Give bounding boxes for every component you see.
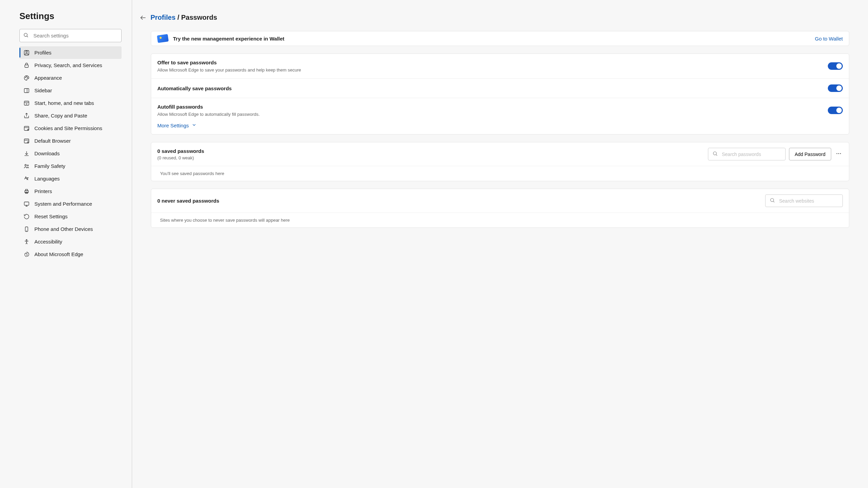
offer-save-toggle[interactable]	[828, 62, 843, 70]
sidebar-item-privacy[interactable]: Privacy, Search, and Services	[19, 59, 122, 72]
svg-point-0	[24, 33, 27, 36]
profiles-icon	[23, 50, 30, 56]
svg-rect-25	[26, 189, 28, 191]
sidebar-item-label: Privacy, Search, and Services	[34, 62, 102, 68]
auto-save-toggle[interactable]	[828, 84, 843, 92]
go-to-wallet-link[interactable]: Go to Wallet	[815, 36, 843, 42]
sidebar-item-label: Reset Settings	[34, 214, 68, 219]
sidebar-item-label: Share, Copy and Paste	[34, 113, 87, 119]
never-saved-search[interactable]	[765, 194, 843, 207]
never-saved-empty: Sites where you choose to never save pas…	[151, 212, 849, 227]
sidebar-item-label: Languages	[34, 176, 60, 182]
start-icon	[23, 100, 30, 106]
svg-point-6	[26, 76, 27, 77]
svg-rect-27	[24, 202, 29, 205]
svg-line-1	[27, 36, 28, 37]
svg-line-35	[716, 155, 717, 156]
never-saved-card: 0 never saved passwords Sites where you …	[151, 189, 849, 228]
auto-save-title: Automatically save passwords	[157, 85, 828, 91]
saved-passwords-title: 0 saved passwords	[157, 148, 204, 154]
saved-passwords-search[interactable]	[708, 148, 786, 160]
breadcrumb-parent-link[interactable]: Profiles	[151, 14, 175, 21]
default-browser-icon	[23, 138, 30, 144]
sidebar-item-appearance[interactable]: Appearance	[19, 72, 122, 84]
back-button[interactable]	[140, 14, 146, 21]
family-icon	[23, 163, 30, 169]
svg-line-40	[773, 201, 774, 202]
chevron-down-icon	[192, 123, 196, 128]
svg-rect-10	[24, 101, 29, 105]
sidebar-item-default-browser[interactable]: Default Browser	[19, 135, 122, 147]
phone-icon	[23, 226, 30, 232]
sidebar-item-downloads[interactable]: Downloads	[19, 147, 122, 160]
svg-point-2	[26, 51, 28, 52]
accessibility-icon	[23, 239, 30, 245]
sidebar-item-profiles[interactable]: Profiles	[19, 46, 122, 59]
svg-rect-8	[24, 89, 29, 93]
sidebar-item-about[interactable]: About Microsoft Edge	[19, 248, 122, 261]
more-settings-link[interactable]: More Settings	[157, 123, 843, 128]
offer-save-title: Offer to save passwords	[157, 60, 828, 65]
settings-search[interactable]	[19, 29, 122, 42]
add-password-button[interactable]: Add Password	[789, 148, 831, 160]
downloads-icon	[23, 151, 30, 157]
wallet-banner-text: Try the new management experience in Wal…	[173, 36, 284, 42]
offer-save-desc: Allow Microsoft Edge to save your passwo…	[157, 67, 828, 73]
sidebar-item-share[interactable]: Share, Copy and Paste	[19, 109, 122, 122]
breadcrumb-current: Passwords	[181, 14, 217, 21]
privacy-icon	[23, 62, 30, 68]
settings-search-input[interactable]	[33, 33, 118, 38]
sidebar-item-label: Profiles	[34, 50, 51, 56]
svg-point-7	[27, 77, 28, 78]
never-saved-search-input[interactable]	[779, 198, 839, 204]
sidebar-item-label: Printers	[34, 188, 52, 194]
sidebar-item-label: Family Safety	[34, 163, 65, 169]
sidebar-item-phone[interactable]: Phone and Other Devices	[19, 223, 122, 235]
offer-save-row: Offer to save passwords Allow Microsoft …	[151, 54, 849, 78]
share-icon	[23, 113, 30, 119]
sidebar-item-reset[interactable]: Reset Settings	[19, 210, 122, 223]
printers-icon	[23, 188, 30, 194]
never-saved-title: 0 never saved passwords	[157, 198, 219, 204]
svg-point-5	[25, 77, 26, 78]
sidebar-item-label: Start, home, and new tabs	[34, 100, 94, 106]
settings-sidebar: Settings ProfilesPrivacy, Search, and Se…	[0, 0, 132, 488]
settings-nav: ProfilesPrivacy, Search, and ServicesApp…	[19, 46, 122, 261]
svg-point-21	[25, 164, 27, 166]
sidebar-item-label: Default Browser	[34, 138, 71, 144]
sidebar-item-printers[interactable]: Printers	[19, 185, 122, 198]
system-icon	[23, 201, 30, 207]
about-icon	[23, 251, 30, 257]
sidebar-item-start[interactable]: Start, home, and new tabs	[19, 97, 122, 109]
svg-point-22	[27, 165, 28, 166]
svg-point-15	[28, 129, 29, 130]
svg-rect-4	[25, 65, 29, 67]
svg-point-34	[713, 152, 716, 155]
saved-passwords-search-input[interactable]	[722, 152, 782, 157]
more-actions-button[interactable]	[835, 150, 843, 158]
cookies-icon	[23, 125, 30, 131]
sidebar-icon	[23, 88, 30, 94]
sidebar-item-label: Sidebar	[34, 88, 52, 93]
sidebar-item-languages[interactable]: Languages	[19, 172, 122, 185]
sidebar-item-accessibility[interactable]: Accessibility	[19, 235, 122, 248]
languages-icon	[23, 176, 30, 182]
sidebar-item-system[interactable]: System and Performance	[19, 198, 122, 210]
password-settings-card: Offer to save passwords Allow Microsoft …	[151, 53, 849, 135]
autofill-toggle[interactable]	[828, 107, 843, 114]
svg-point-39	[771, 199, 774, 202]
autofill-row: Autofill passwords Allow Microsoft Edge …	[151, 98, 849, 123]
svg-point-38	[840, 153, 841, 154]
sidebar-item-cookies[interactable]: Cookies and Site Permissions	[19, 122, 122, 135]
search-icon	[23, 32, 29, 39]
sidebar-item-label: Appearance	[34, 75, 62, 81]
sidebar-item-label: System and Performance	[34, 201, 92, 207]
saved-passwords-sub: (0 reused, 0 weak)	[157, 155, 204, 160]
more-horizontal-icon	[836, 151, 842, 158]
autofill-desc: Allow Microsoft Edge to automatically fi…	[157, 112, 828, 117]
sidebar-item-sidebar[interactable]: Sidebar	[19, 84, 122, 97]
wallet-icon	[157, 34, 169, 43]
sidebar-item-label: Downloads	[34, 151, 60, 156]
sidebar-item-family[interactable]: Family Safety	[19, 160, 122, 172]
main-content: Profiles / Passwords Try the new managem…	[132, 0, 868, 488]
